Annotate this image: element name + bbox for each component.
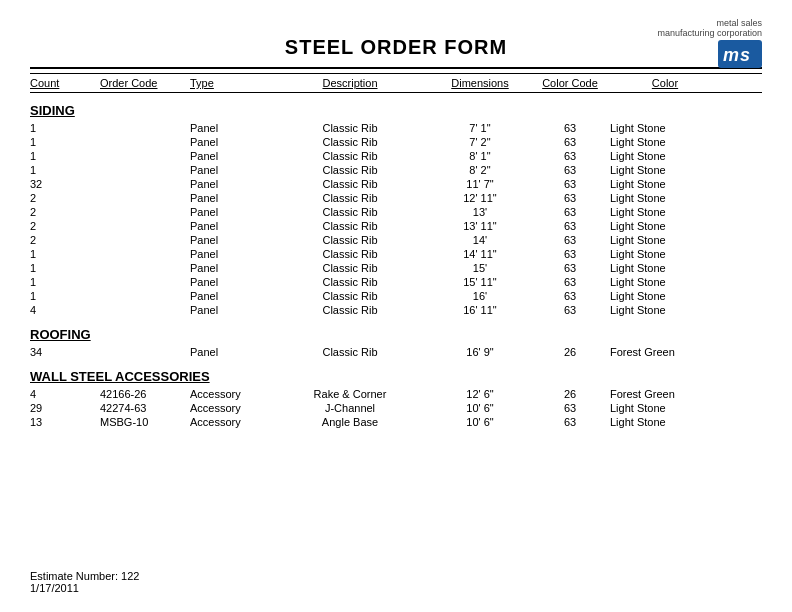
table-row: 1PanelClassic Rib16'63Light Stone <box>30 289 762 303</box>
table-row: 2PanelClassic Rib12' 11"63Light Stone <box>30 191 762 205</box>
col-color-code: Color Code <box>530 77 610 89</box>
col-color: Color <box>610 77 720 89</box>
table-row: 32PanelClassic Rib11' 7"63Light Stone <box>30 177 762 191</box>
table-row: 1PanelClassic Rib15'63Light Stone <box>30 261 762 275</box>
estimate-number: Estimate Number: 122 <box>30 570 139 582</box>
table-row: 2942274-63AccessoryJ-Channel10' 6"63Ligh… <box>30 401 762 415</box>
header-area: STEEL ORDER FORM metal sales manufacturi… <box>30 18 762 69</box>
table-row: 1PanelClassic Rib14' 11"63Light Stone <box>30 247 762 261</box>
table-row: 4PanelClassic Rib16' 11"63Light Stone <box>30 303 762 317</box>
sections-container: SIDING1PanelClassic Rib7' 1"63Light Ston… <box>30 103 762 429</box>
col-type: Type <box>190 77 270 89</box>
section-title: SIDING <box>30 103 762 118</box>
table-row: 442166-26AccessoryRake & Corner12' 6"26F… <box>30 387 762 401</box>
table-row: 2PanelClassic Rib13'63Light Stone <box>30 205 762 219</box>
table-row: 34PanelClassic Rib16' 9"26Forest Green <box>30 345 762 359</box>
col-count: Count <box>30 77 100 89</box>
logo-brand: metal sales manufacturing corporation <box>657 18 762 38</box>
section-title: WALL STEEL ACCESSORIES <box>30 369 762 384</box>
col-order-code: Order Code <box>100 77 190 89</box>
page: STEEL ORDER FORM metal sales manufacturi… <box>0 0 792 612</box>
svg-text:ms: ms <box>723 45 751 65</box>
col-dimensions: Dimensions <box>430 77 530 89</box>
table-row: 1PanelClassic Rib8' 1"63Light Stone <box>30 149 762 163</box>
table-row: 1PanelClassic Rib7' 1"63Light Stone <box>30 121 762 135</box>
logo-letters: ms <box>718 40 762 68</box>
table-row: 2PanelClassic Rib13' 11"63Light Stone <box>30 219 762 233</box>
table-row: 2PanelClassic Rib14'63Light Stone <box>30 233 762 247</box>
table-row: 1PanelClassic Rib15' 11"63Light Stone <box>30 275 762 289</box>
columns-header: Count Order Code Type Description Dimens… <box>30 73 762 93</box>
table-row: 1PanelClassic Rib8' 2"63Light Stone <box>30 163 762 177</box>
footer-area: Estimate Number: 122 1/17/2011 <box>30 570 139 594</box>
table-row: 1PanelClassic Rib7' 2"63Light Stone <box>30 135 762 149</box>
form-title: STEEL ORDER FORM <box>30 18 762 59</box>
table-row: 13MSBG-10AccessoryAngle Base10' 6"63Ligh… <box>30 415 762 429</box>
col-description: Description <box>270 77 430 89</box>
logo-area: metal sales manufacturing corporation ms <box>657 18 762 68</box>
estimate-date: 1/17/2011 <box>30 582 139 594</box>
logo-icon: ms <box>657 40 762 68</box>
section-title: ROOFING <box>30 327 762 342</box>
